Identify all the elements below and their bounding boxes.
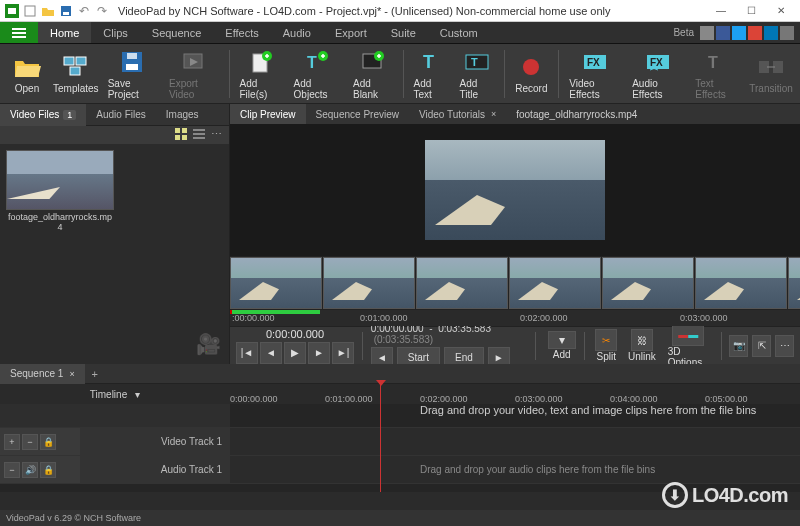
svg-rect-32 <box>182 135 187 140</box>
app-icon <box>4 3 20 19</box>
snapshot-button[interactable]: 📷 <box>729 335 748 357</box>
close-icon[interactable]: × <box>69 369 74 379</box>
video-effects-button[interactable]: FX Video Effects <box>563 46 626 102</box>
range-end-set-button[interactable]: ► <box>488 347 510 365</box>
bin-tab-images[interactable]: Images <box>156 104 209 126</box>
audio-effects-button[interactable]: FX Audio Effects <box>626 46 689 102</box>
transition-button[interactable]: Transition <box>746 46 796 102</box>
bin-tab-audio[interactable]: Audio Files <box>86 104 155 126</box>
minimize-button[interactable]: — <box>706 1 736 21</box>
filmstrip-frame[interactable] <box>788 257 800 309</box>
filmstrip-frame[interactable] <box>323 257 415 309</box>
tab-custom[interactable]: Custom <box>428 22 490 43</box>
remove-audio-track-button[interactable]: − <box>4 462 20 478</box>
tab-clips[interactable]: Clips <box>91 22 139 43</box>
preview-viewport[interactable] <box>230 124 800 256</box>
close-button[interactable]: ✕ <box>766 1 796 21</box>
undo-icon[interactable]: ↶ <box>76 3 92 19</box>
open-icon[interactable] <box>40 3 56 19</box>
step-fwd-button[interactable]: ► <box>308 342 330 364</box>
add-title-button[interactable]: T Add Title <box>454 46 500 102</box>
templates-button[interactable]: Templates <box>50 46 102 102</box>
preview-options-button[interactable]: ⋯ <box>775 335 794 357</box>
twitter-icon[interactable] <box>732 26 746 40</box>
video-track-label: Video Track 1 <box>80 428 230 455</box>
record-button[interactable]: Record <box>508 46 554 102</box>
lock-video-track-button[interactable]: 🔒 <box>40 434 56 450</box>
save-icon <box>118 48 146 76</box>
tab-sequence-preview[interactable]: Sequence Preview <box>306 104 409 124</box>
tab-export[interactable]: Export <box>323 22 379 43</box>
close-icon[interactable]: × <box>491 109 496 119</box>
save-icon[interactable] <box>58 3 74 19</box>
detach-preview-button[interactable]: ⇱ <box>752 335 771 357</box>
play-button[interactable]: ▶ <box>284 342 306 364</box>
clip-thumbnail[interactable]: footage_oldharryrocks.mp4 <box>6 150 114 232</box>
audio-drop-zone[interactable]: Drag and drop your audio clips here from… <box>230 456 800 483</box>
filmstrip-frame[interactable] <box>509 257 601 309</box>
remove-video-track-button[interactable]: − <box>22 434 38 450</box>
add-text-button[interactable]: T Add Text <box>408 46 454 102</box>
video-track-lane[interactable] <box>230 428 800 455</box>
svg-rect-6 <box>76 57 86 65</box>
add-to-timeline-button[interactable]: ▾ <box>548 331 576 349</box>
tab-suite[interactable]: Suite <box>379 22 428 43</box>
add-objects-button[interactable]: T Add Objects <box>288 46 347 102</box>
add-video-track-button[interactable]: + <box>4 434 20 450</box>
filmstrip-frame[interactable] <box>230 257 322 309</box>
timeline-mode-label[interactable]: Timeline▾ <box>0 389 230 400</box>
export-video-button[interactable]: Export Video <box>163 46 225 102</box>
range-start-button[interactable]: Start <box>397 347 440 365</box>
timeline-panel: Timeline▾ 0:00:00.000 0:01:00.000 0:02:0… <box>0 384 800 492</box>
split-button[interactable]: ✂ <box>595 329 617 351</box>
clip-time-ruler[interactable]: :00:00.000 0:01:00.000 0:02:00.000 0:03:… <box>230 310 800 326</box>
tab-video-tutorials[interactable]: Video Tutorials× <box>409 104 506 124</box>
window-title: VideoPad by NCH Software - LO4D.com - Pr… <box>110 5 706 17</box>
mute-audio-track-button[interactable]: 🔊 <box>22 462 38 478</box>
tab-audio[interactable]: Audio <box>271 22 323 43</box>
filmstrip-frame[interactable] <box>416 257 508 309</box>
beta-label: Beta <box>673 27 694 38</box>
unlink-button[interactable]: ⛓ <box>631 329 653 351</box>
facebook-icon[interactable] <box>716 26 730 40</box>
sequence-tab[interactable]: Sequence 1× <box>0 364 85 384</box>
preview-panel: Clip Preview Sequence Preview Video Tuto… <box>230 104 800 364</box>
new-icon[interactable] <box>22 3 38 19</box>
help-icon[interactable] <box>780 26 794 40</box>
add-sequence-button[interactable]: + <box>85 368 105 380</box>
save-project-button[interactable]: Save Project <box>102 46 163 102</box>
tab-clip-preview[interactable]: Clip Preview <box>230 104 306 124</box>
next-frame-button[interactable]: ►| <box>332 342 354 364</box>
filmstrip[interactable] <box>230 256 800 310</box>
timeline-playhead[interactable] <box>380 384 381 492</box>
open-button[interactable]: Open <box>4 46 50 102</box>
bin-tab-video[interactable]: Video Files1 <box>0 104 86 126</box>
linkedin-icon[interactable] <box>764 26 778 40</box>
video-drop-zone[interactable]: Drag and drop your video, text and image… <box>230 404 756 427</box>
step-back-button[interactable]: ◄ <box>260 342 282 364</box>
range-end-button[interactable]: End <box>444 347 484 365</box>
3d-options-button[interactable]: ▬▬ <box>672 324 704 346</box>
svg-rect-34 <box>193 133 205 135</box>
googleplus-icon[interactable] <box>748 26 762 40</box>
bin-view-grid-icon[interactable] <box>175 128 189 142</box>
maximize-button[interactable]: ☐ <box>736 1 766 21</box>
prev-frame-button[interactable]: |◄ <box>236 342 258 364</box>
tab-home[interactable]: Home <box>38 22 91 43</box>
tab-sequence[interactable]: Sequence <box>140 22 214 43</box>
lock-audio-track-button[interactable]: 🔒 <box>40 462 56 478</box>
svg-rect-1 <box>8 8 16 14</box>
bin-view-list-icon[interactable] <box>193 128 207 142</box>
tab-effects[interactable]: Effects <box>213 22 270 43</box>
add-files-button[interactable]: Add File(s) <box>234 46 288 102</box>
clip-thumbnail-name: footage_oldharryrocks.mp4 <box>6 212 114 232</box>
add-blank-button[interactable]: Add Blank <box>347 46 399 102</box>
filmstrip-frame[interactable] <box>695 257 787 309</box>
filmstrip-frame[interactable] <box>602 257 694 309</box>
text-effects-button[interactable]: T Text Effects <box>689 46 746 102</box>
app-menu-button[interactable] <box>0 22 38 43</box>
range-start-set-button[interactable]: ◄ <box>371 347 393 365</box>
share-icon[interactable] <box>700 26 714 40</box>
redo-icon[interactable]: ↷ <box>94 3 110 19</box>
bin-options-icon[interactable]: ⋯ <box>211 128 225 142</box>
